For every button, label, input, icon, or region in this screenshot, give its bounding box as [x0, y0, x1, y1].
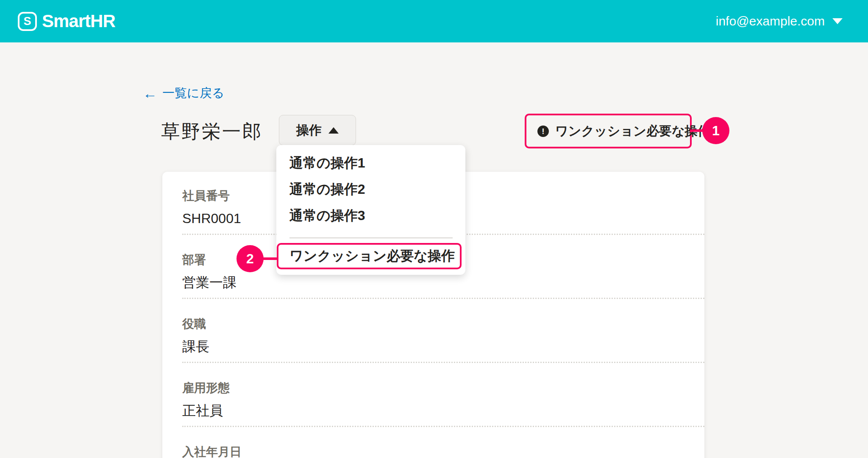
menu-item-one-cushion-action[interactable]: ワンクッション必要な操作 — [277, 243, 462, 269]
field-label: 役職 — [182, 317, 704, 331]
field-label: 入社年月日 — [182, 445, 704, 458]
menu-item[interactable]: 通常の操作2 — [276, 176, 465, 203]
field-value: 課長 — [182, 338, 704, 355]
profile-field-row: 入社年月日 — [162, 427, 704, 458]
back-link-label: 一覧に戻る — [162, 85, 224, 102]
action-menu-list: 通常の操作1通常の操作2通常の操作3 — [276, 150, 465, 229]
profile-field-row: 役職 課長 — [162, 299, 704, 362]
field-value: 営業一課 — [182, 274, 704, 291]
page-title: 草野栄一郎 — [161, 119, 263, 144]
app-header: S SmartHR info@example.com — [0, 0, 868, 42]
field-value: 正社員 — [182, 402, 704, 419]
annotation-badge-1: 1 — [702, 117, 729, 144]
chevron-down-icon — [832, 18, 843, 24]
account-menu[interactable]: info@example.com — [716, 14, 843, 28]
action-dropdown-button[interactable]: 操作 — [279, 115, 356, 145]
brand-name: SmartHR — [42, 11, 115, 31]
smarthr-logo: S SmartHR — [18, 11, 115, 31]
menu-divider — [289, 237, 453, 238]
one-cushion-action-callout: ! ワンクッション必要な操作 — [525, 114, 692, 148]
action-button-label: 操作 — [296, 122, 322, 139]
callout-label: ワンクッション必要な操作 — [555, 123, 710, 140]
account-email: info@example.com — [716, 14, 825, 28]
annotation-badge-2: 2 — [236, 245, 264, 272]
menu-item[interactable]: 通常の操作3 — [276, 203, 465, 229]
page: S SmartHR info@example.com ← 一覧に戻る 草野栄一郎… — [0, 0, 868, 458]
smarthr-logo-icon: S — [18, 12, 37, 31]
back-arrow-icon: ← — [143, 86, 157, 101]
action-dropdown-menu: 通常の操作1通常の操作2通常の操作3 ワンクッション必要な操作 — [276, 145, 465, 275]
profile-field-row: 雇用形態 正社員 — [162, 363, 704, 426]
menu-item[interactable]: 通常の操作1 — [276, 150, 465, 176]
annotation-connector-2 — [262, 257, 278, 260]
chevron-up-icon — [328, 127, 339, 134]
warning-icon: ! — [537, 126, 549, 137]
field-label: 雇用形態 — [182, 381, 704, 395]
back-to-list-link[interactable]: ← 一覧に戻る — [143, 85, 224, 102]
